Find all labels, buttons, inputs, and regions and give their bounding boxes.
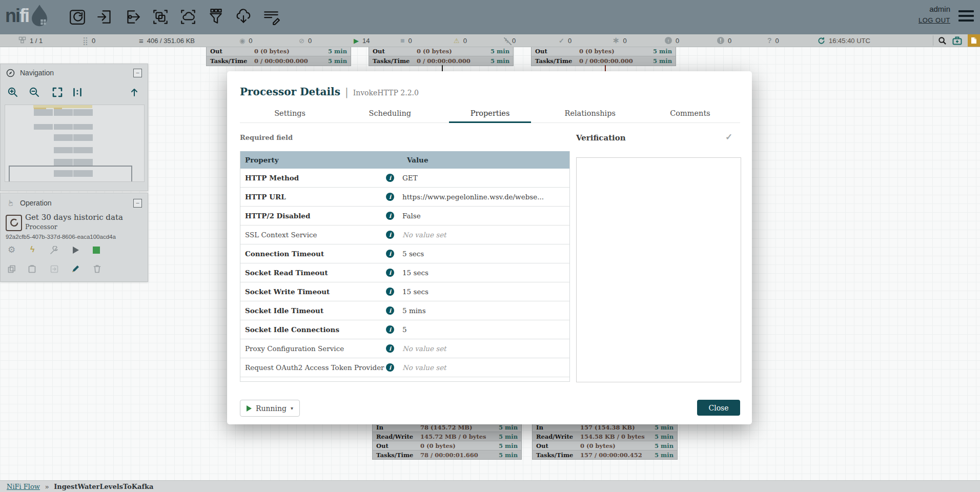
stopped-icon: ■: [400, 37, 404, 44]
configure-icon[interactable]: ⚙: [8, 245, 15, 254]
flow-status-tile[interactable]: [968, 34, 980, 47]
info-icon[interactable]: i: [386, 250, 394, 258]
nav-up-icon[interactable]: [129, 87, 140, 100]
verification-check-icon[interactable]: ✓: [725, 132, 732, 142]
operation-panel-title: Operation: [20, 199, 51, 207]
stat-row: Read/Write145.72 MB / 0 bytes5 min: [373, 432, 521, 441]
tab-settings[interactable]: Settings: [240, 104, 340, 122]
processor-type-version: InvokeHTTP 2.2.0: [353, 89, 419, 97]
minimap-component: [34, 109, 53, 116]
funnel-tool-icon[interactable]: [207, 8, 225, 26]
table-row: Socket Idle Connectionsi5: [240, 320, 569, 339]
stat-row: Tasks/Time0 / 00:00:00.0005 min: [207, 56, 351, 66]
stat-row: Tasks/Time78 / 00:00:01.6605 min: [373, 450, 521, 459]
start-icon[interactable]: [73, 247, 79, 255]
global-menu-icon[interactable]: [958, 10, 974, 24]
processor-details-dialog: Processor Details|InvokeHTTP 2.2.0 Setti…: [227, 71, 752, 424]
asterisk-icon: ∗: [612, 36, 619, 45]
navigation-panel: Navigation –: [0, 64, 148, 191]
collapse-operation-icon[interactable]: –: [133, 199, 142, 208]
process-group-tool-icon[interactable]: [151, 8, 170, 26]
running-play-icon: [247, 405, 252, 412]
input-port-tool-icon[interactable]: [96, 8, 114, 26]
copy-icon[interactable]: [8, 265, 16, 275]
info-icon[interactable]: i: [386, 363, 394, 372]
info-icon[interactable]: i: [386, 288, 394, 296]
stale-up-arrow-icon: ↑: [665, 37, 672, 44]
birdseye-minimap[interactable]: [5, 105, 145, 182]
zoom-fit-icon[interactable]: [52, 87, 63, 100]
info-icon[interactable]: i: [386, 174, 394, 182]
minimap-component: [54, 159, 73, 166]
run-state-button[interactable]: Running ▾: [240, 400, 300, 417]
tab-relationships[interactable]: Relationships: [540, 104, 640, 122]
terminate-wrench-icon[interactable]: [50, 246, 58, 256]
status-not-transmitting: ⊘0: [299, 34, 312, 47]
processor-stats-block: In78 (145.72 MB)5 min Read/Write145.72 M…: [372, 422, 522, 460]
disabled-bolt-icon: ϟ: [505, 37, 508, 44]
processor-tool-icon[interactable]: [68, 8, 87, 26]
paste-icon[interactable]: [28, 265, 36, 275]
stat-row: Out0 (0 bytes)5 min: [532, 47, 676, 56]
info-icon[interactable]: i: [386, 306, 394, 315]
nifi-app: Out0 (0 bytes)5 min Tasks/Time0 / 00:00:…: [0, 0, 980, 492]
info-icon[interactable]: i: [386, 344, 394, 353]
label-tool-icon[interactable]: [262, 8, 280, 26]
change-color-brush-icon[interactable]: [71, 264, 80, 275]
stop-icon[interactable]: [93, 247, 100, 254]
compass-icon: [6, 69, 15, 79]
close-button[interactable]: Close: [697, 400, 740, 416]
queued-list-icon: ≡: [139, 37, 144, 45]
move-to-group-icon[interactable]: [50, 265, 58, 275]
output-port-tool-icon[interactable]: [124, 8, 142, 26]
info-icon[interactable]: i: [386, 212, 394, 220]
minimap-component: [73, 109, 93, 116]
zoom-out-icon[interactable]: [29, 87, 40, 100]
zoom-in-icon[interactable]: [7, 87, 18, 100]
dialog-tabs: Settings Scheduling Properties Relations…: [240, 104, 740, 123]
info-icon[interactable]: i: [386, 231, 394, 239]
tab-properties[interactable]: Properties: [440, 104, 540, 122]
table-row: SSL Context ServiceiNo value set: [240, 225, 569, 244]
remote-process-group-tool-icon[interactable]: [179, 8, 197, 26]
delete-icon[interactable]: [93, 264, 101, 275]
required-field-note: Required field: [240, 134, 293, 141]
selected-component-type: Processor: [25, 223, 57, 231]
download-flow-tool-icon[interactable]: [234, 8, 253, 26]
info-icon[interactable]: i: [386, 325, 394, 334]
current-user: admin: [918, 5, 950, 13]
breadcrumb-root-link[interactable]: NiFi Flow: [7, 483, 40, 490]
search-button[interactable]: [938, 34, 947, 47]
title-separator: |: [345, 86, 349, 98]
minimap-viewport[interactable]: [9, 166, 132, 182]
logout-link[interactable]: LOG OUT: [918, 16, 950, 24]
minimap-component: [54, 134, 73, 141]
info-icon[interactable]: i: [386, 193, 394, 201]
threads-icon: ⣿: [83, 37, 88, 45]
status-transmitting: ◉0: [239, 34, 253, 47]
status-up-to-date: ✓0: [559, 34, 571, 47]
minimap-component: [54, 147, 73, 153]
hand-pointer-icon: ☞: [6, 199, 15, 206]
tab-scheduling[interactable]: Scheduling: [340, 104, 440, 122]
table-header-row: Property Value: [240, 151, 569, 169]
status-active-threads: ⣿0: [83, 34, 95, 47]
enable-bolt-icon[interactable]: ϟ: [30, 245, 34, 254]
stat-row: Tasks/Time157 / 00:00:00.4525 min: [533, 450, 677, 459]
minimap-component: [73, 159, 93, 166]
chevron-down-icon: ▾: [291, 405, 293, 411]
first-aid-kit-icon[interactable]: [952, 34, 962, 47]
collapse-navigation-icon[interactable]: –: [133, 69, 142, 77]
last-refreshed-time: 16:45:40 UTC: [829, 37, 870, 45]
breadcrumb-current: IngestWaterLevelsToKafka: [54, 483, 153, 490]
processor-stats-block: Out0 (0 bytes)5 min Tasks/Time0 / 00:00:…: [531, 46, 676, 66]
refresh-icon[interactable]: [818, 37, 825, 45]
status-bar: 1 / 1 ⣿0 ≡406 / 351.06 KB ◉0 ⊘0 ▶14 ■0 ⚠…: [0, 34, 980, 47]
table-row: Connection Timeouti5 secs: [240, 244, 569, 263]
info-icon[interactable]: i: [386, 269, 394, 277]
zoom-actual-size-icon[interactable]: [72, 87, 83, 100]
processor-stats-block: Out0 (0 bytes)5 min Tasks/Time0 / 00:00:…: [206, 46, 351, 66]
droplet-icon: [29, 4, 50, 28]
processor-stats-block: In157 (154.38 KB)5 min Read/Write154.58 …: [532, 422, 678, 460]
tab-comments[interactable]: Comments: [640, 104, 740, 122]
